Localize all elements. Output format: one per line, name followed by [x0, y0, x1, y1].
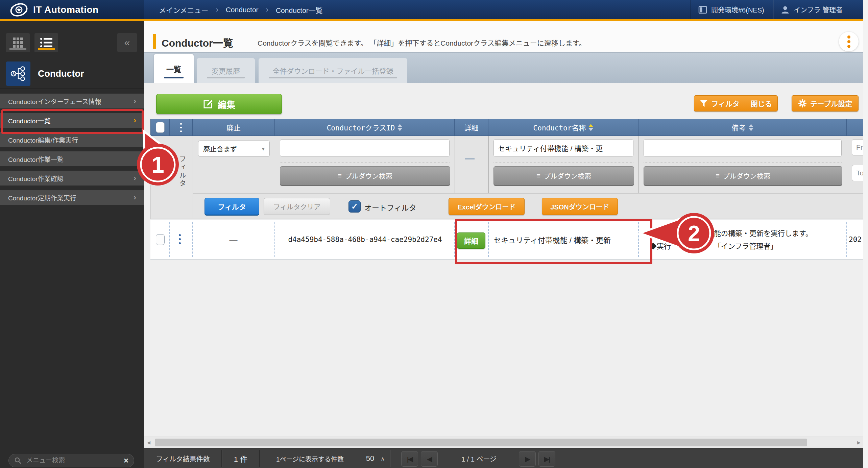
menu-search-input[interactable] [26, 457, 120, 465]
divider [390, 450, 390, 467]
breadcrumb-conductor[interactable]: Conductor [226, 6, 259, 14]
sidebar-tab-list[interactable] [34, 33, 58, 52]
page-next-button[interactable]: ▶ [519, 451, 536, 467]
row-menu-icon[interactable] [179, 234, 181, 244]
chevron-right-icon: › [134, 96, 136, 106]
pulldown-search-label: プルダウン検索 [723, 171, 770, 181]
name-filter-input[interactable] [493, 139, 633, 157]
sidebar-item-conductor-work-list[interactable]: Conductor作業一覧 [0, 151, 144, 166]
filter-clear-button[interactable]: フィルタクリア [264, 198, 330, 215]
sidebar-item-label: Conductor編集/作業実行 [8, 135, 78, 144]
breadcrumb-main-menu[interactable]: メインメニュー [159, 5, 208, 15]
sidebar-item-conductor-work-confirm[interactable]: Conductor作業確認 › [0, 171, 144, 186]
sort-icon[interactable] [749, 124, 753, 131]
user-menu[interactable]: インフラ 管理者 [773, 0, 863, 19]
filter-close-button[interactable]: 閉じる [745, 98, 777, 108]
excel-download-button[interactable]: Excelダウンロード [449, 198, 525, 215]
funnel-icon [700, 100, 708, 107]
per-page-label: 1ページに表示する件数 [261, 448, 359, 468]
page-first-button[interactable]: |◀ [401, 451, 418, 467]
header-detail: 詳細 [455, 119, 488, 136]
tab-label: 変更履歴 [212, 66, 240, 76]
page-title: Conductor一覧 [162, 35, 233, 50]
horizontal-scrollbar[interactable]: ◀ ▶ [144, 437, 863, 448]
row-note-line1: 能の構築・更新を実行します。 [714, 228, 813, 238]
filter-result-value: 1 件 [222, 448, 259, 468]
note-pulldown-search-button[interactable]: ≡ プルダウン検索 [644, 166, 842, 186]
class-id-pulldown-search-button[interactable]: ≡ プルダウン検索 [280, 166, 450, 186]
top-header: IT Automation メインメニュー › Conductor › Cond… [0, 0, 863, 19]
page-description: Conductorクラスを閲覧できます。 「詳細」を押下するとConductor… [258, 38, 586, 48]
filter-result-label: フィルタ結果件数 [144, 448, 221, 468]
json-download-button[interactable]: JSONダウンロード [542, 198, 618, 215]
sidebar-item-label: Conductor定期作業実行 [8, 193, 76, 202]
divider [493, 163, 633, 163]
sidebar-collapse-button[interactable]: « [117, 33, 137, 52]
header-updated-partial [847, 119, 863, 136]
edit-button-label: 編集 [218, 98, 235, 110]
menu-search: × [8, 454, 134, 467]
table-settings-button[interactable]: テーブル設定 [792, 95, 859, 112]
search-clear-icon[interactable]: × [124, 456, 128, 465]
table-header-row: 廃止 ConductorクラスID 詳細 Conductor名称 備考 [150, 119, 863, 136]
sort-icon-active[interactable] [588, 124, 593, 131]
tab-underline [269, 77, 397, 78]
sidebar-item-label: Conductorインターフェース情報 [8, 97, 101, 106]
edit-button[interactable]: 編集 [156, 94, 282, 114]
scroll-right-icon[interactable]: ▶ [854, 437, 863, 448]
pulldown-search-label: プルダウン検索 [544, 171, 591, 181]
to-label: To [856, 169, 864, 177]
sidebar-item-conductor-interface-info[interactable]: Conductorインターフェース情報 › [0, 94, 144, 108]
page-prev-button[interactable]: ◀ [421, 451, 438, 467]
tab-underline [38, 48, 55, 50]
filter-open-label: フィルタ [711, 98, 740, 108]
header-note[interactable]: 備考 [638, 119, 847, 136]
header-class-id[interactable]: ConductorクラスID [275, 119, 455, 136]
list-icon: ≡ [338, 172, 342, 180]
filter-close-label: 閉じる [751, 98, 772, 108]
sidebar: « S Conductor Conductorインターフェース情報 › Cond… [0, 21, 144, 468]
filter-open-button[interactable]: フィルタ [694, 98, 745, 108]
scroll-left-icon[interactable]: ◀ [144, 437, 153, 448]
class-id-filter-input[interactable] [280, 139, 450, 157]
page-menu-button[interactable] [839, 32, 859, 51]
divider [847, 136, 847, 193]
auto-filter-checkbox[interactable]: ✓ [348, 200, 361, 213]
filter-band: フィルタ 廃止含まず ▾ ≡ プルダウン検索 ≡ プルダウン検索 ≡ [150, 136, 863, 219]
divider [644, 163, 842, 163]
environment-selector[interactable]: 開発環境#6(NES) [691, 0, 773, 19]
excel-download-label: Excelダウンロード [457, 202, 515, 212]
detail-filter-dash [465, 158, 475, 159]
header-name[interactable]: Conductor名称 [488, 119, 638, 136]
page-last-button[interactable]: ▶| [538, 451, 555, 467]
pulldown-search-label: プルダウン検索 [345, 171, 392, 181]
per-page-caret-icon[interactable]: ∧ [378, 448, 388, 468]
kebab-dot [847, 45, 850, 48]
divider [259, 450, 260, 467]
scrollbar-thumb[interactable] [155, 439, 807, 446]
tab-list[interactable]: 一覧 [154, 54, 194, 83]
row-class-id-cell: d4a459b4-588a-468b-a944-cae29b2d27e4 [277, 220, 453, 259]
page-info: 1 / 1 ページ [442, 448, 516, 468]
header-label: 備考 [732, 122, 746, 132]
name-pulldown-search-button[interactable]: ≡ プルダウン検索 [493, 166, 634, 186]
user-icon [781, 5, 790, 14]
tab-change-history[interactable]: 変更履歴 [197, 58, 255, 83]
sidebar-tab-grid[interactable] [6, 33, 30, 52]
sort-icon[interactable] [397, 124, 402, 131]
tab-bulk-download-register[interactable]: 全件ダウンロード・ファイル一括登録 [259, 58, 407, 83]
row-checkbox[interactable] [156, 234, 165, 245]
note-filter-input[interactable] [644, 139, 842, 157]
filter-apply-button[interactable]: フィルタ [204, 198, 259, 216]
discard-filter-select[interactable]: 廃止含まず ▾ [198, 141, 270, 157]
sidebar-item-conductor-edit-execute[interactable]: Conductor編集/作業実行 [0, 132, 144, 147]
list-icon: ≡ [716, 172, 720, 180]
kebab-dot [847, 40, 850, 43]
annotation-box-step2 [455, 219, 652, 264]
it-automation-app: IT Automation メインメニュー › Conductor › Cond… [0, 0, 868, 468]
filter-toggle-group: フィルタ 閉じる [694, 95, 778, 112]
header-label: 詳細 [464, 122, 479, 132]
header-label: ConductorクラスID [327, 122, 395, 132]
header-discard[interactable]: 廃止 [193, 119, 275, 136]
sidebar-item-conductor-periodic-execute[interactable]: Conductor定期作業実行 › [0, 190, 144, 205]
